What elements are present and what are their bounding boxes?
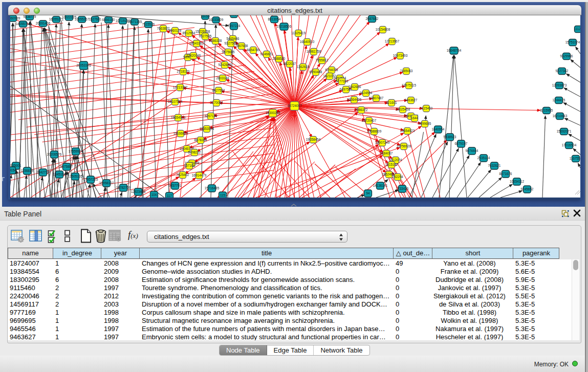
svg-text:16640910: 16640910 — [300, 40, 315, 43]
svg-text:1733426: 1733426 — [396, 187, 409, 190]
svg-text:9327505: 9327505 — [199, 34, 212, 38]
svg-text:19756928: 19756928 — [397, 144, 411, 148]
svg-text:8454749: 8454749 — [247, 48, 260, 52]
svg-text:9338779: 9338779 — [24, 15, 36, 18]
svg-text:9899695: 9899695 — [419, 122, 431, 125]
svg-text:19654923: 19654923 — [400, 129, 415, 133]
svg-text:18107554: 18107554 — [168, 100, 183, 103]
svg-text:8215955: 8215955 — [540, 108, 553, 112]
svg-text:252254: 252254 — [392, 175, 403, 179]
svg-text:88130: 88130 — [229, 15, 238, 16]
svg-text:2718170: 2718170 — [177, 70, 190, 73]
svg-text:11121: 11121 — [574, 27, 580, 31]
svg-text:9777169: 9777169 — [336, 79, 349, 83]
svg-text:18724007: 18724007 — [287, 104, 302, 107]
svg-text:7986372: 7986372 — [355, 108, 368, 112]
svg-text:12923466: 12923466 — [131, 190, 146, 193]
svg-text:9875685: 9875685 — [222, 50, 235, 54]
svg-text:10688609: 10688609 — [367, 129, 382, 133]
svg-text:16782759: 16782759 — [116, 186, 131, 189]
svg-text:11353594: 11353594 — [200, 127, 214, 130]
svg-text:15720407: 15720407 — [362, 119, 377, 122]
svg-text:20053346: 20053346 — [76, 63, 91, 67]
svg-text:3267130: 3267130 — [205, 114, 217, 118]
svg-text:1156819: 1156819 — [21, 169, 34, 172]
svg-text:6466160: 6466160 — [102, 18, 115, 21]
svg-text:1167553: 1167553 — [570, 157, 580, 160]
svg-text:16210643: 16210643 — [553, 114, 568, 118]
svg-text:15751074: 15751074 — [565, 40, 580, 44]
svg-text:8427552: 8427552 — [212, 89, 225, 92]
svg-text:10655267: 10655267 — [75, 17, 90, 21]
svg-text:19654933: 19654933 — [171, 116, 186, 119]
svg-text:9474444: 9474444 — [466, 149, 478, 152]
svg-text:5498222: 5498222 — [188, 150, 201, 154]
svg-text:7515526: 7515526 — [142, 23, 155, 26]
svg-text:8471676: 8471676 — [499, 172, 512, 176]
svg-text:157164: 157164 — [184, 164, 195, 167]
svg-text:8186328: 8186328 — [209, 39, 222, 42]
svg-text:12213382: 12213382 — [173, 85, 188, 89]
svg-text:12093873: 12093873 — [552, 83, 567, 87]
svg-text:9242848: 9242848 — [219, 63, 231, 67]
svg-text:16543362: 16543362 — [189, 41, 204, 45]
svg-text:20691406: 20691406 — [36, 21, 51, 25]
svg-text:10973493: 10973493 — [393, 54, 408, 57]
svg-text:20364436: 20364436 — [347, 98, 362, 101]
svg-text:18907249: 18907249 — [375, 141, 390, 144]
svg-text:1345194: 1345194 — [53, 172, 66, 176]
svg-text:5938923: 5938923 — [444, 135, 456, 139]
svg-text:9457791: 9457791 — [169, 184, 182, 187]
svg-text:14136141: 14136141 — [373, 184, 388, 187]
svg-text:19218506: 19218506 — [277, 25, 292, 28]
svg-text:9184067: 9184067 — [380, 151, 393, 155]
svg-text:2867608: 2867608 — [235, 44, 248, 48]
svg-text:8822037: 8822037 — [284, 62, 296, 65]
svg-text:621601: 621601 — [386, 101, 397, 104]
svg-text:2342737: 2342737 — [37, 170, 50, 174]
svg-text:15692071: 15692071 — [557, 129, 572, 133]
svg-text:8813054: 8813054 — [268, 17, 281, 21]
svg-text:7663822: 7663822 — [157, 27, 170, 30]
svg-text:9329966: 9329966 — [560, 54, 573, 58]
svg-text:2935114: 2935114 — [477, 156, 490, 160]
svg-text:9146821: 9146821 — [260, 52, 273, 56]
svg-text:1615192: 1615192 — [385, 163, 398, 166]
svg-text:7625402: 7625402 — [177, 173, 189, 177]
svg-text:11325419: 11325419 — [291, 31, 306, 35]
svg-text:115: 115 — [220, 193, 226, 197]
svg-text:7955812: 7955812 — [316, 58, 329, 62]
svg-text:1244415: 1244415 — [553, 98, 565, 102]
svg-text:1527601: 1527601 — [89, 17, 102, 21]
svg-text:104: 104 — [151, 193, 157, 196]
svg-text:10025458: 10025458 — [396, 107, 410, 111]
svg-text:6879197: 6879197 — [455, 142, 468, 145]
svg-text:22420046: 22420046 — [186, 54, 201, 57]
svg-text:18300295: 18300295 — [266, 111, 280, 115]
svg-text:9975887: 9975887 — [60, 165, 73, 168]
svg-text:17559924: 17559924 — [69, 149, 83, 153]
svg-text:15716485: 15716485 — [205, 186, 220, 190]
svg-text:3170064: 3170064 — [210, 101, 223, 104]
svg-text:7485063: 7485063 — [400, 69, 413, 73]
svg-text:2803144: 2803144 — [216, 76, 229, 80]
svg-text:9115460: 9115460 — [420, 106, 433, 110]
svg-text:39154: 39154 — [10, 168, 16, 172]
svg-text:94: 94 — [366, 191, 370, 195]
svg-text:14055714: 14055714 — [16, 22, 31, 26]
svg-text:12505135: 12505135 — [68, 174, 83, 178]
svg-text:2588520: 2588520 — [273, 57, 286, 60]
svg-text:10807487: 10807487 — [369, 96, 384, 100]
svg-text:8960128: 8960128 — [169, 29, 182, 32]
svg-text:9245652: 9245652 — [521, 187, 534, 191]
svg-text:16671355: 16671355 — [127, 20, 142, 24]
svg-text:10154808: 10154808 — [376, 28, 390, 31]
svg-text:19358454: 19358454 — [306, 138, 321, 141]
svg-text:1644: 1644 — [411, 116, 419, 120]
svg-text:19166829: 19166829 — [173, 132, 188, 135]
svg-text:17957225: 17957225 — [83, 178, 98, 181]
svg-text:7632621: 7632621 — [488, 164, 501, 167]
svg-text:10958107: 10958107 — [99, 181, 114, 185]
svg-text:3624554: 3624554 — [360, 91, 373, 95]
svg-text:9227342: 9227342 — [556, 69, 569, 73]
